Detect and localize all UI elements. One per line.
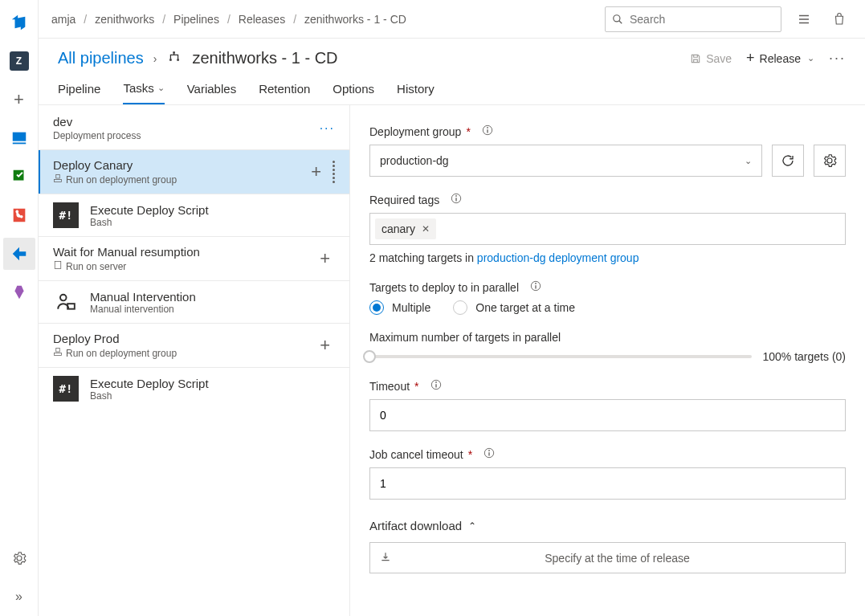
- info-icon[interactable]: [530, 280, 541, 294]
- search-box[interactable]: [605, 6, 781, 32]
- svg-rect-0: [12, 133, 26, 141]
- tab-history[interactable]: History: [397, 81, 435, 104]
- svg-point-9: [60, 295, 67, 301]
- add-task-button[interactable]: +: [315, 335, 335, 356]
- task-subtitle: Bash: [90, 390, 209, 402]
- artifact-download-row[interactable]: Specify at the time of release: [369, 542, 846, 573]
- save-button[interactable]: Save: [690, 52, 732, 65]
- search-input[interactable]: [630, 13, 774, 26]
- svg-point-15: [487, 127, 488, 129]
- release-button[interactable]: + Release ⌄: [746, 50, 814, 67]
- tag-chip: canary ✕: [375, 218, 436, 239]
- phase-title: Deploy Prod: [53, 332, 177, 345]
- more-actions-button[interactable]: ···: [829, 50, 846, 67]
- svg-point-24: [435, 381, 437, 383]
- bash-task-icon: #!: [53, 202, 79, 228]
- breadcrumb-separator: /: [84, 13, 87, 26]
- boards-icon[interactable]: [3, 122, 35, 154]
- max-targets-slider[interactable]: [369, 355, 752, 358]
- svg-rect-12: [56, 349, 60, 353]
- stage-header[interactable]: dev Deployment process ···: [39, 105, 349, 149]
- breadcrumb-item[interactable]: zenithworks: [95, 13, 154, 26]
- add-icon[interactable]: +: [3, 84, 35, 116]
- breadcrumb: amja / zenithworks / Pipelines / Release…: [51, 13, 406, 26]
- svg-rect-11: [55, 353, 62, 356]
- tab-retention[interactable]: Retention: [259, 81, 310, 104]
- task-title: Execute Deploy Script: [90, 203, 209, 217]
- tab-label: Tasks: [123, 81, 153, 95]
- breadcrumb-item[interactable]: zenithworks - 1 - CD: [304, 13, 406, 26]
- breadcrumb-item[interactable]: Releases: [239, 13, 285, 26]
- info-icon[interactable]: [451, 193, 462, 206]
- search-icon: [612, 14, 623, 25]
- save-icon: [690, 53, 701, 64]
- slider-thumb[interactable]: [363, 350, 376, 363]
- required-tags-label: Required tags: [369, 193, 846, 206]
- project-badge[interactable]: Z: [3, 45, 35, 77]
- pipeline-name: zenithworks - 1 - CD: [192, 49, 337, 67]
- task-row[interactable]: Manual Intervention Manual intervention: [39, 280, 349, 323]
- drag-handle-icon[interactable]: [333, 161, 335, 183]
- all-pipelines-link[interactable]: All pipelines: [58, 49, 144, 67]
- breadcrumb-separator: /: [293, 13, 296, 26]
- bash-task-icon: #!: [53, 376, 79, 402]
- tabs: Pipeline Tasks ⌄ Variables Retention Opt…: [39, 68, 865, 105]
- server-icon: [53, 260, 63, 272]
- job-cancel-timeout-input[interactable]: [369, 467, 846, 500]
- deployment-group-label: Deployment group*: [369, 124, 846, 138]
- cd-pipeline-icon: [166, 48, 182, 68]
- add-task-button[interactable]: +: [315, 248, 335, 269]
- task-row[interactable]: #! Execute Deploy Script Bash: [39, 194, 349, 236]
- tasks-panel: dev Deployment process ··· Deploy Canary…: [39, 105, 350, 616]
- deployment-group-link[interactable]: production-dg deployment group: [477, 251, 639, 264]
- shopping-bag-icon[interactable]: [826, 6, 852, 32]
- required-tags-input[interactable]: canary ✕: [369, 213, 846, 245]
- svg-line-5: [619, 20, 622, 23]
- repos-icon[interactable]: [3, 199, 35, 231]
- phase-subtitle: Run on deployment group: [53, 173, 177, 186]
- timeout-input[interactable]: [369, 399, 846, 431]
- stage-more-button[interactable]: ···: [320, 121, 335, 136]
- tab-variables[interactable]: Variables: [187, 81, 236, 104]
- tab-pipeline[interactable]: Pipeline: [58, 81, 100, 104]
- tab-tasks[interactable]: Tasks ⌄: [123, 81, 164, 104]
- settings-icon[interactable]: [3, 542, 35, 574]
- job-cancel-timeout-label: Job cancel timeout*: [369, 447, 846, 461]
- info-icon[interactable]: [484, 447, 495, 461]
- expand-rail-icon[interactable]: »: [3, 581, 35, 613]
- phase-title: Deploy Canary: [53, 158, 177, 172]
- add-task-button[interactable]: +: [306, 161, 326, 182]
- info-icon[interactable]: [482, 124, 493, 138]
- release-label: Release: [760, 52, 801, 65]
- radio-one-at-a-time[interactable]: One target at a time: [453, 300, 575, 315]
- tab-options[interactable]: Options: [333, 81, 374, 104]
- task-row[interactable]: #! Execute Deploy Script Bash: [39, 367, 349, 410]
- artifact-download-section-header[interactable]: Artifact download ⌃: [369, 519, 846, 532]
- svg-point-21: [535, 283, 537, 284]
- remove-tag-button[interactable]: ✕: [422, 223, 430, 235]
- details-panel: Deployment group* production-dg ⌄: [350, 105, 865, 616]
- phase-header[interactable]: Wait for Manual resumption Run on server…: [39, 237, 349, 280]
- azure-devops-logo-icon[interactable]: [3, 6, 35, 39]
- deployment-group-select[interactable]: production-dg ⌄: [369, 145, 762, 177]
- info-icon[interactable]: [430, 379, 442, 393]
- plus-icon: +: [746, 50, 755, 67]
- refresh-button[interactable]: [772, 145, 804, 177]
- svg-rect-6: [55, 180, 62, 182]
- radio-multiple[interactable]: Multiple: [369, 300, 430, 315]
- phase-header[interactable]: Deploy Prod Run on deployment group +: [39, 324, 349, 367]
- svg-point-4: [614, 14, 620, 21]
- phase-header[interactable]: Deploy Canary Run on deployment group +: [39, 150, 349, 194]
- list-view-icon[interactable]: [791, 6, 817, 32]
- manual-intervention-icon: [53, 289, 79, 315]
- task-subtitle: Bash: [90, 217, 209, 228]
- breadcrumb-item[interactable]: Pipelines: [173, 13, 219, 26]
- test-plans-icon[interactable]: [3, 161, 35, 193]
- phase-subtitle: Run on deployment group: [53, 347, 177, 359]
- settings-button[interactable]: [814, 145, 846, 177]
- pipelines-icon[interactable]: [3, 238, 35, 270]
- artifacts-icon[interactable]: [3, 276, 35, 308]
- breadcrumb-item[interactable]: amja: [51, 13, 75, 26]
- save-label: Save: [706, 52, 732, 65]
- phase-title: Wait for Manual resumption: [53, 245, 200, 259]
